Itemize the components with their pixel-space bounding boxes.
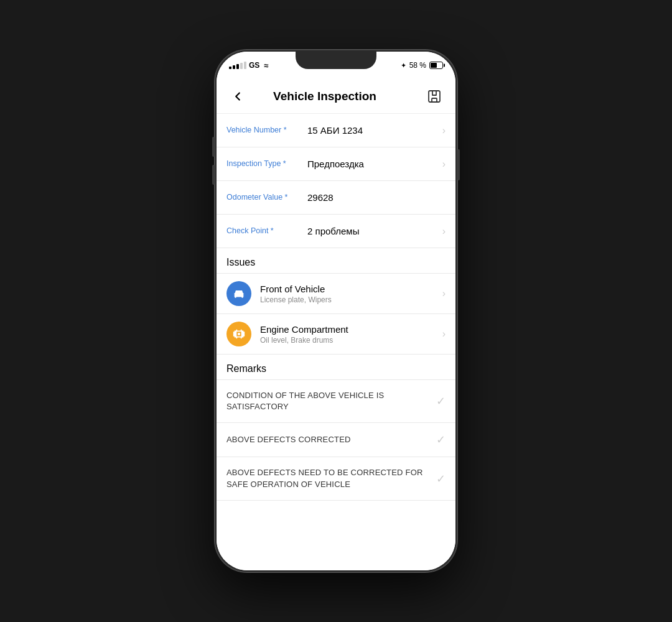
status-right: ✦ 58 % [401, 61, 443, 70]
remark-satisfactory[interactable]: CONDITION OF THE ABOVE VEHICLE IS SATISF… [217, 380, 455, 423]
engine-icon [226, 322, 251, 346]
chevron-right-icon: › [442, 288, 446, 299]
wifi-icon: ≈ [264, 61, 268, 70]
remark-defects-corrected[interactable]: ABOVE DEFECTS CORRECTED ✓ [217, 423, 455, 457]
page-title: Vehicle Inspection [226, 90, 423, 103]
battery-icon [429, 62, 443, 69]
front-vehicle-text: Front of Vehicle License plate, Wipers [260, 284, 442, 304]
engine-compartment-text: Engine Compartment Oil level, Brake drum… [260, 324, 442, 345]
carrier-label: GS [249, 61, 259, 70]
front-vehicle-icon [226, 281, 251, 306]
svg-rect-1 [432, 98, 437, 102]
svg-rect-0 [429, 91, 440, 102]
signal-icon [229, 62, 246, 69]
chevron-right-icon: › [442, 125, 446, 136]
front-vehicle-title: Front of Vehicle [260, 284, 442, 294]
remarks-section-header: Remarks [217, 355, 455, 380]
chevron-right-icon: › [442, 328, 446, 340]
save-button[interactable] [423, 85, 446, 108]
volume-up-button[interactable] [212, 137, 215, 157]
chevron-right-icon: › [442, 159, 446, 170]
status-left: GS ≈ [229, 61, 268, 70]
content-area: Vehicle Number * 15 АБИ 1234 › Inspectio… [217, 114, 455, 570]
vehicle-number-value: 15 АБИ 1234 [307, 118, 442, 143]
issue-front-vehicle[interactable]: Front of Vehicle License plate, Wipers › [217, 274, 455, 314]
vehicle-number-label: Vehicle Number * [226, 125, 307, 135]
checkpoint-label: Check Point * [226, 226, 307, 236]
notch [296, 52, 376, 69]
chevron-right-icon: › [442, 226, 446, 237]
inspection-type-row[interactable]: Inspection Type * Предпоездка › [217, 147, 455, 181]
bluetooth-icon: ✦ [401, 62, 406, 70]
check-icon: ✓ [436, 394, 446, 408]
engine-compartment-title: Engine Compartment [260, 324, 442, 335]
remark-safe-operation[interactable]: ABOVE DEFECTS NEED TO BE CORRECTED FOR S… [217, 457, 455, 500]
engine-compartment-subtitle: Oil level, Brake drums [260, 336, 442, 345]
inspection-type-label: Inspection Type * [226, 159, 307, 169]
phone-screen: GS ≈ ✦ 58 % Vehicle Inspection [217, 52, 455, 570]
odometer-row[interactable]: Odometer Value * 29628 [217, 181, 455, 215]
power-button[interactable] [457, 149, 460, 180]
vehicle-number-row[interactable]: Vehicle Number * 15 АБИ 1234 › [217, 114, 455, 147]
volume-down-button[interactable] [212, 165, 215, 185]
checkpoint-row[interactable]: Check Point * 2 проблемы › [217, 215, 455, 248]
odometer-value: 29628 [307, 185, 446, 210]
remark-defects-corrected-text: ABOVE DEFECTS CORRECTED [226, 434, 431, 445]
check-icon: ✓ [436, 433, 446, 447]
issues-section-header: Issues [217, 248, 455, 274]
battery-percent: 58 % [409, 61, 426, 70]
check-icon: ✓ [436, 472, 446, 486]
front-vehicle-subtitle: License plate, Wipers [260, 295, 442, 304]
issue-engine-compartment[interactable]: Engine Compartment Oil level, Brake drum… [217, 314, 455, 355]
nav-bar: Vehicle Inspection [217, 79, 455, 114]
checkpoint-value: 2 проблемы [307, 218, 442, 244]
status-bar: GS ≈ ✦ 58 % [217, 52, 455, 79]
remark-satisfactory-text: CONDITION OF THE ABOVE VEHICLE IS SATISF… [226, 390, 431, 412]
phone-frame: GS ≈ ✦ 58 % Vehicle Inspection [215, 50, 457, 572]
inspection-type-value: Предпоездка [307, 151, 442, 177]
odometer-label: Odometer Value * [226, 192, 307, 202]
remark-safe-operation-text: ABOVE DEFECTS NEED TO BE CORRECTED FOR S… [226, 467, 431, 490]
